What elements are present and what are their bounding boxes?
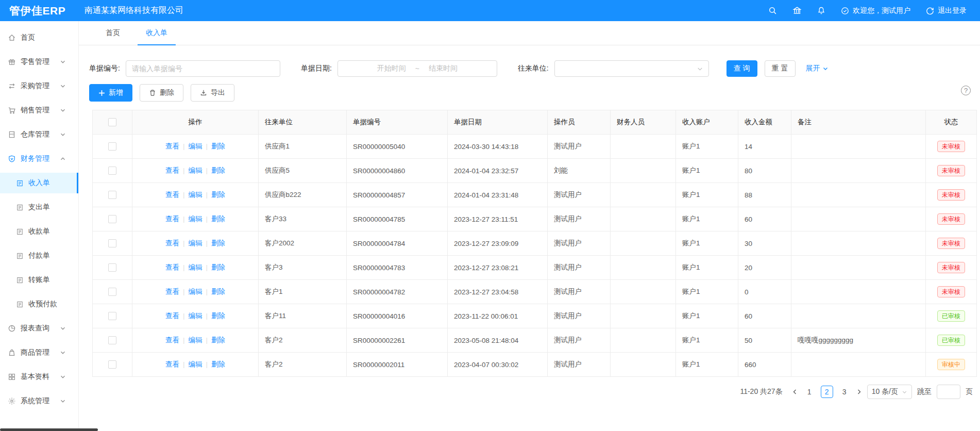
edit-link[interactable]: 编辑 — [189, 336, 202, 344]
bill-no-input[interactable] — [126, 60, 280, 77]
page-size-select[interactable]: 10 条/页 — [867, 385, 912, 399]
search-button[interactable]: 查 询 — [726, 60, 757, 77]
sidebar-item-payment-bill[interactable]: 付款单 — [0, 245, 78, 266]
view-link[interactable]: 查看 — [165, 142, 179, 150]
edit-link[interactable]: 编辑 — [189, 312, 202, 320]
row-checkbox[interactable] — [108, 239, 116, 247]
edit-link[interactable]: 编辑 — [189, 360, 202, 368]
status-cell: 已审核 — [926, 304, 977, 328]
account-cell: 账户1 — [676, 353, 738, 377]
delete-link[interactable]: 删除 — [211, 263, 225, 271]
horizontal-scrollbar-thumb[interactable] — [0, 428, 98, 431]
view-link[interactable]: 查看 — [165, 191, 179, 198]
view-link[interactable]: 查看 — [165, 312, 179, 320]
page-number-3[interactable]: 3 — [838, 386, 851, 398]
amount-cell: 14 — [738, 135, 791, 159]
edit-link[interactable]: 编辑 — [189, 191, 202, 198]
delete-link[interactable]: 删除 — [211, 191, 225, 198]
edit-link[interactable]: 编辑 — [189, 239, 202, 247]
edit-link[interactable]: 编辑 — [189, 142, 202, 150]
edit-link[interactable]: 编辑 — [189, 215, 202, 223]
sidebar-item-income-bill[interactable]: 收入单 — [0, 173, 78, 193]
sidebar-item-receipt-bill[interactable]: 收款单 — [0, 221, 78, 242]
link-separator: | — [183, 142, 185, 150]
delete-link[interactable]: 删除 — [211, 142, 225, 150]
edit-link[interactable]: 编辑 — [189, 167, 202, 174]
help-icon[interactable]: ? — [961, 86, 971, 95]
delete-link[interactable]: 删除 — [211, 336, 225, 344]
row-checkbox[interactable] — [108, 360, 116, 369]
sidebar-item-advance-receipt[interactable]: 收预付款 — [0, 294, 78, 314]
row-checkbox[interactable] — [108, 167, 116, 175]
jump-label: 跳至 — [917, 387, 932, 396]
sidebar-item-label: 财务管理 — [21, 154, 49, 163]
delete-link[interactable]: 删除 — [211, 239, 225, 247]
row-checkbox[interactable] — [108, 288, 116, 296]
sidebar-item-goods[interactable]: 商品管理 — [0, 342, 78, 363]
sidebar-item-retail[interactable]: 零售管理 — [0, 52, 78, 72]
row-checkbox[interactable] — [108, 142, 116, 151]
table-row: 查看|编辑|删除客户3SR000000047832023-12-27 23:08… — [93, 256, 977, 280]
row-checkbox[interactable] — [108, 191, 116, 199]
view-link[interactable]: 查看 — [165, 263, 179, 271]
bank-icon[interactable] — [792, 6, 802, 15]
welcome-user[interactable]: 欢迎您，测试用户 — [841, 6, 910, 15]
column-header: 单据日期 — [448, 110, 548, 135]
row-checkbox[interactable] — [108, 215, 116, 223]
sidebar-item-sales[interactable]: 销售管理 — [0, 100, 78, 121]
reset-button[interactable]: 重 置 — [765, 60, 796, 77]
page-number-1[interactable]: 1 — [803, 386, 816, 398]
sidebar-item-system[interactable]: 系统管理 — [0, 391, 78, 411]
column-header: 往来单位 — [259, 110, 347, 135]
page-number-2[interactable]: 2 — [821, 386, 833, 398]
bell-icon[interactable] — [817, 6, 825, 15]
partner-cell: 客户3 — [259, 256, 347, 280]
sidebar-item-warehouse[interactable]: 仓库管理 — [0, 124, 78, 145]
jump-page-input[interactable] — [937, 385, 960, 399]
delete-link[interactable]: 删除 — [211, 167, 225, 174]
view-link[interactable]: 查看 — [165, 215, 179, 223]
partner-select[interactable] — [554, 60, 709, 77]
prev-page-button[interactable] — [792, 389, 798, 395]
chevron-up-icon — [60, 156, 66, 162]
delete-label: 删除 — [160, 88, 174, 97]
date-range-picker[interactable]: 开始时间 ~ 结束时间 — [337, 60, 497, 77]
row-checkbox[interactable] — [108, 336, 116, 344]
status-badge: 未审核 — [937, 262, 965, 273]
select-all-checkbox[interactable] — [108, 118, 116, 126]
tab-home[interactable]: 首页 — [102, 21, 124, 45]
table-row: 查看|编辑|删除客户2SR000000020112023-04-07 00:30… — [93, 353, 977, 377]
sidebar-item-finance[interactable]: 财务管理 — [0, 148, 78, 169]
delete-link[interactable]: 删除 — [211, 288, 225, 295]
tab-income-bill[interactable]: 收入单 — [142, 21, 172, 45]
delete-link[interactable]: 删除 — [211, 360, 225, 368]
row-checkbox[interactable] — [108, 312, 116, 320]
doc-icon — [16, 204, 24, 211]
finance-staff-cell — [611, 328, 676, 353]
delete-link[interactable]: 删除 — [211, 312, 225, 320]
view-link[interactable]: 查看 — [165, 239, 179, 247]
tab-bar: 首页 收入单 — [79, 21, 980, 45]
sidebar-item-purchase[interactable]: 采购管理 — [0, 76, 78, 96]
view-link[interactable]: 查看 — [165, 167, 179, 174]
sidebar-item-transfer-bill[interactable]: 转账单 — [0, 270, 78, 290]
search-icon[interactable] — [768, 6, 777, 15]
logout-button[interactable]: 退出登录 — [926, 6, 967, 15]
edit-link[interactable]: 编辑 — [189, 263, 202, 271]
delete-link[interactable]: 删除 — [211, 215, 225, 223]
view-link[interactable]: 查看 — [165, 336, 179, 344]
sidebar-item-basic-data[interactable]: 基本资料 — [0, 367, 78, 387]
add-button[interactable]: 新增 — [89, 84, 132, 102]
sidebar-item-home[interactable]: 首页 — [0, 27, 78, 48]
edit-link[interactable]: 编辑 — [189, 288, 202, 295]
sidebar-item-reports[interactable]: 报表查询 — [0, 318, 78, 339]
expand-filters-link[interactable]: 展开 — [806, 64, 829, 73]
sidebar-item-expense-bill[interactable]: 支出单 — [0, 197, 78, 218]
next-page-button[interactable] — [856, 389, 862, 395]
export-button[interactable]: 导出 — [191, 84, 234, 102]
row-checkbox[interactable] — [108, 263, 116, 272]
view-link[interactable]: 查看 — [165, 288, 179, 295]
view-link[interactable]: 查看 — [165, 360, 179, 368]
delete-button[interactable]: 删除 — [140, 84, 183, 102]
trash-icon — [149, 89, 156, 96]
